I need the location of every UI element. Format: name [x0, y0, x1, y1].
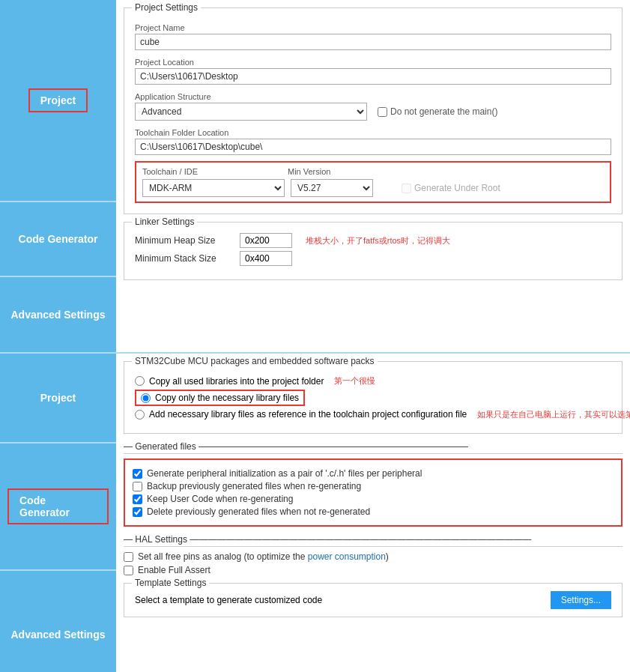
radio-option2-input[interactable] — [141, 393, 151, 403]
hal-settings-section: — HAL Settings —————————————————————————… — [124, 534, 623, 575]
generate-under-root-label: Generate Under Root — [414, 183, 500, 193]
project-label-bottom: Project — [40, 392, 76, 404]
min-version-header: Min Version — [288, 167, 330, 176]
gen-option4-checkbox[interactable] — [133, 507, 142, 517]
generate-under-root-checkbox[interactable]: Generate Under Root — [402, 183, 500, 193]
gen-option4-label: Delete previously generated files when n… — [147, 506, 370, 517]
radio-option3-label: Add necessary library files as reference… — [149, 409, 467, 420]
radio-option1-input[interactable] — [135, 376, 145, 386]
radio-option3[interactable]: Add necessary library files as reference… — [135, 409, 467, 420]
linker-settings-title: Linker Settings — [132, 217, 197, 227]
min-stack-input[interactable] — [240, 251, 292, 266]
project-name-input[interactable] — [135, 34, 611, 50]
project-location-label: Project Location — [135, 58, 611, 67]
option3-annotation: 如果只是在自己电脑上运行，其实可以选第三个，编译速度快 — [477, 409, 630, 420]
app-structure-select[interactable]: Advanced — [135, 103, 367, 121]
app-structure-label: Application Structure — [135, 92, 611, 101]
gen-option2-label: Backup previously generated files when r… — [147, 481, 361, 491]
sidebar-project-top[interactable]: Project — [0, 0, 116, 202]
gen-option3[interactable]: Keep User Code when re-generating — [133, 494, 614, 504]
gen-option2-checkbox[interactable] — [133, 482, 142, 491]
radio-option2-label: Copy only the necessary library files — [155, 393, 299, 403]
codegen-label: Code Generator — [19, 233, 98, 245]
template-settings-row: Select a template to generate customized… — [135, 591, 611, 609]
min-stack-row: Minimum Stack Size — [135, 251, 611, 266]
stm32-packages-title: STM32Cube MCU packages and embedded soft… — [132, 356, 378, 366]
template-settings-section: Template Settings Select a template to g… — [124, 583, 623, 617]
hal-option2-checkbox[interactable] — [124, 566, 133, 575]
sidebar-advanced-top[interactable]: Advanced Settings — [0, 277, 116, 352]
gen-option1[interactable]: Generate peripheral initialization as a … — [133, 468, 614, 479]
project-settings-title: Project Settings — [132, 2, 201, 13]
advanced-settings-label-top: Advanced Settings — [10, 309, 105, 321]
gen-option1-label: Generate peripheral initialization as a … — [147, 468, 422, 479]
gen-option3-checkbox[interactable] — [133, 494, 142, 504]
codegen-label-box-bottom: Code Generator — [7, 488, 109, 524]
radio-option1[interactable]: Copy all used libraries into the project… — [135, 375, 611, 387]
toolchain-folder-label: Toolchain Folder Location — [135, 128, 611, 137]
gen-option1-checkbox[interactable] — [133, 469, 142, 479]
hal-option1[interactable]: Set all free pins as analog (to optimize… — [124, 551, 623, 562]
gen-option2[interactable]: Backup previously generated files when r… — [133, 481, 614, 491]
toolchain-ide-header: Toolchain / IDE — [142, 167, 198, 176]
hal-option2[interactable]: Enable Full Assert — [124, 565, 623, 575]
radio-option3-input[interactable] — [135, 410, 145, 420]
do-not-generate-main-label: Do not generate the main() — [390, 106, 497, 117]
min-heap-row: Minimum Heap Size 堆栈大小，开了fatfs或rtos时，记得调… — [135, 233, 611, 248]
radio-option2-highlighted[interactable]: Copy only the necessary library files — [135, 390, 305, 406]
project-label-box: Project — [28, 88, 88, 112]
radio-option3-row: Add necessary library files as reference… — [135, 409, 611, 423]
sidebar-codegen-bottom[interactable]: Code Generator — [0, 444, 116, 571]
sidebar-advanced-bottom[interactable]: Advanced Settings — [0, 571, 116, 672]
hal-settings-title: — HAL Settings —————————————————————————… — [124, 534, 623, 547]
radio-option2-row: Copy only the necessary library files — [135, 390, 611, 406]
codegen-label-bottom: Code Generator — [19, 494, 70, 518]
radio-option1-label: Copy all used libraries into the project… — [149, 376, 324, 387]
generated-files-box: Generate peripheral initialization as a … — [124, 458, 623, 527]
project-location-input[interactable] — [135, 68, 611, 85]
settings-button[interactable]: Settings... — [551, 591, 611, 609]
toolchain-select[interactable]: MDK-ARM — [142, 179, 285, 197]
min-heap-input[interactable] — [240, 233, 292, 248]
project-label: Project — [40, 94, 76, 106]
sidebar-project-bottom[interactable]: Project — [0, 354, 116, 444]
option1-annotation: 第一个很慢 — [334, 375, 375, 387]
template-description: Select a template to generate customized… — [135, 595, 322, 605]
toolchain-folder-input[interactable] — [135, 139, 611, 155]
advanced-settings-label-bottom: Advanced Settings — [10, 629, 105, 641]
sidebar-codegen-top[interactable]: Code Generator — [0, 202, 116, 277]
toolchain-box: Toolchain / IDE Min Version MDK-ARM V5.2… — [135, 161, 611, 203]
hal-option2-label: Enable Full Assert — [138, 565, 210, 575]
linker-annotation: 堆栈大小，开了fatfs或rtos时，记得调大 — [306, 235, 450, 246]
min-stack-label: Minimum Stack Size — [135, 253, 232, 264]
min-heap-label: Minimum Heap Size — [135, 235, 232, 246]
gen-option3-label: Keep User Code when re-generating — [147, 494, 293, 504]
hal-option1-label: Set all free pins as analog (to optimize… — [138, 551, 389, 562]
template-settings-title: Template Settings — [132, 578, 209, 588]
min-version-select[interactable]: V5.27 — [291, 179, 373, 197]
gen-option4[interactable]: Delete previously generated files when n… — [133, 506, 614, 517]
generated-files-title: — Generated files ——————————————————————… — [124, 441, 623, 454]
hal-option1-checkbox[interactable] — [124, 552, 133, 562]
project-name-label: Project Name — [135, 23, 611, 32]
do-not-generate-main-checkbox[interactable]: Do not generate the main() — [378, 106, 497, 117]
generated-files-section: — Generated files ——————————————————————… — [124, 441, 623, 527]
